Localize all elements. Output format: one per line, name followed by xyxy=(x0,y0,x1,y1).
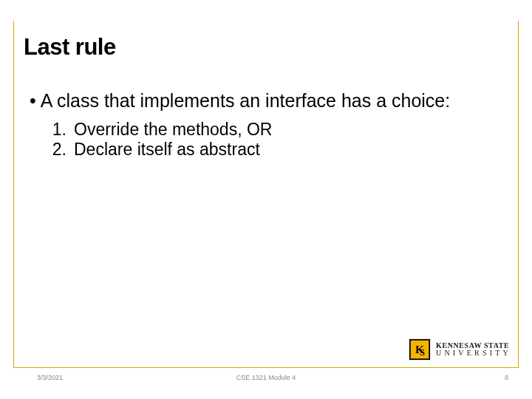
logo-text: KENNESAW STATE UNIVERSITY xyxy=(436,342,511,357)
footer-pageno: 8 xyxy=(505,374,508,381)
list-text: Override the methods, OR xyxy=(74,120,272,140)
footer-center: CSE 1321 Module 4 xyxy=(236,374,296,381)
bullet-item: • A class that implements an interface h… xyxy=(30,90,502,111)
list-text: Declare itself as abstract xyxy=(74,140,260,160)
svg-text:S: S xyxy=(420,347,425,358)
slide-title: Last rule xyxy=(24,34,116,61)
footer-date: 3/3/2021 xyxy=(37,374,63,381)
slide-body: • A class that implements an interface h… xyxy=(30,90,502,160)
university-logo: K S KENNESAW STATE UNIVERSITY xyxy=(409,338,511,361)
bullet-text: A class that implements an interface has… xyxy=(41,90,450,111)
list-item: 1. Override the methods, OR xyxy=(50,120,502,140)
slide: Last rule • A class that implements an i… xyxy=(0,0,532,399)
logo-line2: UNIVERSITY xyxy=(436,349,511,357)
slide-border xyxy=(13,21,519,368)
ks-mark-icon: K S xyxy=(409,338,431,361)
list-item: 2. Declare itself as abstract xyxy=(50,140,502,160)
numbered-list: 1. Override the methods, OR 2. Declare i… xyxy=(30,120,502,160)
bullet-mark: • xyxy=(30,90,36,111)
list-number: 2. xyxy=(50,140,66,160)
list-number: 1. xyxy=(50,120,66,140)
